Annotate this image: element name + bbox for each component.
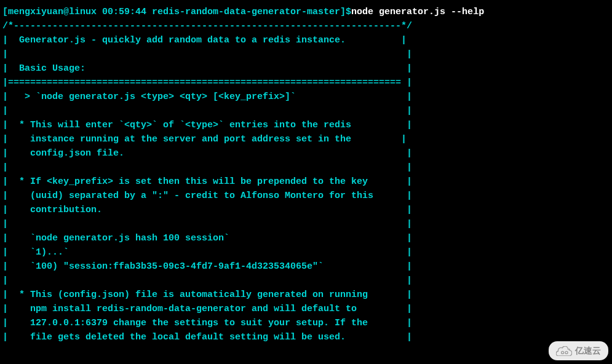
output-line-02: /*--------------------------------------… xyxy=(2,19,610,33)
output-line-05: | Basic Usage: | xyxy=(2,61,610,76)
watermark-badge: 亿速云 xyxy=(549,341,608,360)
output-line-24: | file gets deleted the local default se… xyxy=(2,330,610,344)
prompt-line: [mengxiyuan@linux 00:59:44 redis-random-… xyxy=(2,5,610,19)
output-line-08: | | xyxy=(2,104,610,118)
output-line-12: | | xyxy=(2,160,610,175)
watermark-text: 亿速云 xyxy=(575,344,601,358)
output-line-18: | `1)...` | xyxy=(2,245,610,259)
output-line-07: | > `node generator.js <type> <qty> [<ke… xyxy=(2,90,610,104)
cloud-icon xyxy=(556,346,572,356)
output-line-16: | | xyxy=(2,217,610,231)
output-line-10: | instance running at the server and por… xyxy=(2,132,610,146)
output-line-09: | * This will enter `<qty>` of `<type>` … xyxy=(2,118,610,132)
output-line-13: | * If <key_prefix> is set then this wil… xyxy=(2,175,610,189)
terminal-window[interactable]: [mengxiyuan@linux 00:59:44 redis-random-… xyxy=(2,5,610,344)
output-line-04: | | xyxy=(2,47,610,61)
output-line-14: | (uuid) separated by a ":" - credit to … xyxy=(2,189,610,203)
shell-command: node generator.js --help xyxy=(351,7,484,17)
output-line-20: | | xyxy=(2,274,610,288)
svg-point-0 xyxy=(562,351,564,354)
shell-prompt: [mengxiyuan@linux 00:59:44 redis-random-… xyxy=(2,7,351,17)
output-line-11: | config.json file. | xyxy=(2,146,610,160)
output-line-21: | * This (config.json) file is automatic… xyxy=(2,288,610,302)
output-line-19: | `100) "session:ffab3b35-09c3-4fd7-9af1… xyxy=(2,259,610,274)
output-line-17: | `node generator.js hash 100 session` | xyxy=(2,231,610,245)
output-line-22: | npm install redis-random-data-generato… xyxy=(2,302,610,316)
svg-point-1 xyxy=(565,351,568,354)
output-line-06: |=======================================… xyxy=(2,76,610,90)
output-line-23: | 127.0.0.1:6379 change the settings to … xyxy=(2,316,610,330)
output-line-15: | contribution. | xyxy=(2,203,610,217)
output-line-03: | Generator.js - quickly add random data… xyxy=(2,33,610,47)
